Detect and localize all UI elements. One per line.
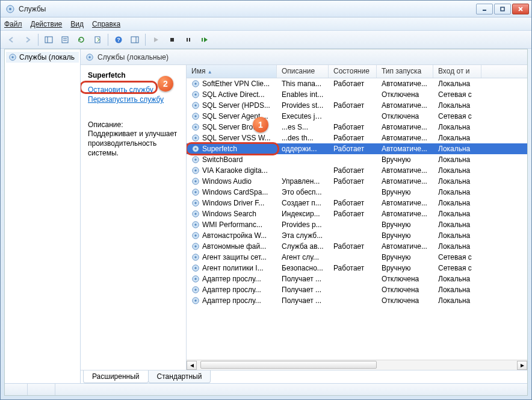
cell-startup: Автоматиче...	[377, 145, 433, 153]
service-row[interactable]: Адаптер прослу...Получает ...ОтключенаЛо…	[187, 273, 527, 284]
cell-name: SQL Server VSS W...	[187, 134, 277, 142]
cell-logon: Локальна	[433, 123, 481, 131]
service-row[interactable]: Автонастройка W...Эта служб...ВручнуюЛок…	[187, 230, 527, 241]
export-button[interactable]	[90, 33, 105, 47]
minimize-button[interactable]	[476, 4, 493, 14]
horizontal-scrollbar[interactable]: ◂ ▸	[187, 360, 527, 370]
gear-icon	[8, 53, 17, 61]
detail-pane: Superfetch Остановить службу Перезапусти…	[81, 65, 187, 370]
tab-extended[interactable]: Расширенный	[83, 370, 149, 383]
view-tabs: Расширенный Стандартный	[81, 370, 527, 383]
stop-service-button[interactable]	[165, 33, 179, 47]
cell-startup: Вручную	[377, 155, 433, 164]
close-button[interactable]	[512, 4, 529, 14]
service-rows[interactable]: SoftEther VPN Clie...This mana...Работае…	[187, 78, 527, 360]
svg-point-55	[194, 245, 197, 248]
cell-logon: Локальна	[433, 242, 481, 251]
cell-name: SoftEther VPN Clie...	[187, 80, 277, 88]
svg-point-53	[194, 234, 197, 237]
menu-view[interactable]: Вид	[70, 20, 84, 28]
cell-name: SwitchBoard	[187, 155, 277, 164]
toolbar: ?	[1, 31, 531, 49]
maximize-button[interactable]	[494, 4, 511, 14]
gear-icon	[85, 53, 94, 61]
cell-name: Windows Driver F...	[187, 199, 277, 207]
service-row[interactable]: Агент защиты сет...Агент слу...ВручнуюСе…	[187, 252, 527, 263]
service-row[interactable]: Адаптер прослу...Получает ...ОтключенаЛо…	[187, 284, 527, 295]
pause-service-button[interactable]	[181, 33, 196, 47]
cell-logon: Локальна	[433, 177, 481, 186]
service-row[interactable]: Windows Driver F...Создает п...РаботаетА…	[187, 198, 527, 208]
show-hide-tree-button[interactable]	[42, 33, 56, 47]
service-row[interactable]: SQL Server (HPDS...Provides st...Работае…	[187, 100, 527, 111]
svg-rect-3	[501, 7, 504, 11]
cell-startup: Отключена	[377, 90, 433, 99]
cell-name: Агент защиты сет...	[187, 253, 277, 261]
cell-desc: Executes jo...	[277, 112, 329, 120]
cell-name: WMI Performanc...	[187, 220, 277, 229]
restart-service-button[interactable]	[197, 33, 212, 47]
properties-button[interactable]	[58, 33, 72, 47]
col-startup[interactable]: Тип запуска	[377, 65, 433, 78]
cell-logon: Локальна	[433, 134, 481, 142]
restart-service-link[interactable]: Перезапустить службу	[88, 95, 180, 104]
cell-desc: Enables int...	[277, 90, 329, 99]
scroll-right-button[interactable]: ▸	[517, 361, 527, 370]
service-row[interactable]: WMI Performanc...Provides p...ВручнуюЛок…	[187, 219, 527, 230]
stop-service-link[interactable]: Остановить службу	[88, 86, 180, 94]
svg-rect-6	[45, 37, 52, 43]
show-hide-action-pane-button[interactable]	[128, 33, 142, 47]
cell-state: Работает	[329, 199, 377, 207]
service-row[interactable]: SoftEther VPN Clie...This mana...Работае…	[187, 78, 527, 89]
cell-startup: Вручную	[377, 264, 433, 272]
tree-item-services-local[interactable]: Службы (локаль	[6, 52, 79, 63]
refresh-button[interactable]	[74, 33, 88, 47]
menu-file[interactable]: Файл	[4, 20, 22, 28]
titlebar[interactable]: Службы	[1, 1, 531, 17]
svg-rect-18	[189, 38, 190, 42]
service-row[interactable]: SQL Server Agent ...Executes jo...Отключ…	[187, 111, 527, 122]
help-button[interactable]: ?	[111, 33, 126, 47]
tree-pane[interactable]: Службы (локаль	[5, 49, 81, 383]
services-window: Службы Файл Действие Вид Справка ?	[0, 0, 532, 400]
service-row[interactable]: SQL Server Browser...es S...РаботаетАвто…	[187, 122, 527, 133]
service-row[interactable]: Адаптер прослу...Получает ...ОтключенаЛо…	[187, 295, 527, 306]
cell-name: Windows CardSpa...	[187, 188, 277, 196]
menu-action[interactable]: Действие	[31, 20, 63, 28]
svg-point-65	[194, 299, 197, 302]
service-row[interactable]: Windows CardSpa...Это обесп...ВручнуюЛок…	[187, 187, 527, 198]
svg-rect-17	[187, 38, 188, 42]
tab-standard[interactable]: Стандартный	[148, 370, 211, 383]
status-bar	[5, 383, 527, 395]
service-row[interactable]: Агент политики I...Безопасно...РаботаетВ…	[187, 263, 527, 273]
cell-startup: Вручную	[377, 188, 433, 196]
scroll-thumb[interactable]	[200, 361, 377, 369]
cell-startup: Отключена	[377, 296, 433, 305]
col-name[interactable]: Имя ▲	[187, 65, 277, 78]
svg-rect-8	[62, 37, 68, 43]
col-logon[interactable]: Вход от и	[433, 65, 481, 78]
service-row[interactable]: SwitchBoardВручнуюЛокальна	[187, 154, 527, 165]
scroll-track[interactable]	[197, 361, 517, 370]
cell-logon: Локальна	[433, 275, 481, 283]
service-row[interactable]: SQL Active Direct...Enables int...Отключ…	[187, 89, 527, 100]
cell-logon: Сетевая с	[433, 253, 481, 261]
cell-state: Работает	[329, 177, 377, 186]
col-desc[interactable]: Описание	[277, 65, 329, 78]
svg-point-23	[88, 56, 91, 58]
service-row[interactable]: VIA Karaoke digita...РаботаетАвтоматиче.…	[187, 165, 527, 176]
service-row[interactable]: Автономные фай...Служба ав...РаботаетАвт…	[187, 241, 527, 252]
svg-point-29	[194, 104, 197, 107]
cell-startup: Вручную	[377, 231, 433, 240]
menu-help[interactable]: Справка	[92, 20, 120, 28]
scroll-left-button[interactable]: ◂	[187, 361, 197, 370]
service-row[interactable]: SQL Server VSS W......des th...РаботаетА…	[187, 133, 527, 143]
cell-state: Работает	[329, 101, 377, 110]
cell-desc: ...des th...	[277, 134, 329, 142]
service-row[interactable]: Windows SearchИндексир...РаботаетАвтомат…	[187, 208, 527, 219]
svg-point-49	[194, 213, 197, 215]
col-state[interactable]: Состояние	[329, 65, 377, 78]
cell-startup: Автоматиче...	[377, 177, 433, 186]
service-row[interactable]: Windows AudioУправлен...РаботаетАвтомати…	[187, 176, 527, 187]
service-row[interactable]: Superfetchоддержи...РаботаетАвтоматиче..…	[187, 143, 527, 154]
